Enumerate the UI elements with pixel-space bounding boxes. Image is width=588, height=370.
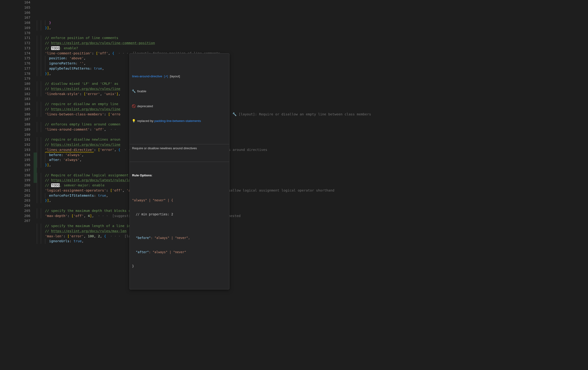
- glyph-margin: [0, 0, 16, 370]
- code-line[interactable]: // TODO, semver-major: enable: [37, 183, 588, 188]
- line-number: 171: [16, 35, 30, 41]
- line-number: 204: [16, 203, 30, 208]
- code-line[interactable]: }: [37, 20, 588, 25]
- line-number: 205: [16, 208, 30, 214]
- code-line[interactable]: after: 'always',: [37, 157, 588, 163]
- line-number: 207: [16, 218, 30, 224]
- code-line[interactable]: // https://eslint.org/docs/rules/line: [37, 87, 588, 92]
- code-line[interactable]: // https://eslint.org/docs/rules/line: [37, 107, 588, 112]
- code-line[interactable]: [37, 218, 588, 224]
- code-line[interactable]: // enforces empty lines around commen: [37, 122, 588, 127]
- no-entry-icon: 🚫: [132, 104, 136, 109]
- code-editor[interactable]: 1641651661671681691701711721731741751761…: [0, 0, 588, 370]
- line-number: 181: [16, 87, 30, 92]
- code-line[interactable]: // https://eslint.org/docs/latest/rules/…: [37, 178, 588, 183]
- line-number: 178: [16, 71, 30, 76]
- line-number: 189: [16, 127, 30, 132]
- code-line[interactable]: [37, 97, 588, 102]
- hover-deprecated-row: 🚫 deprecated: [132, 104, 227, 109]
- code-line[interactable]: 'max-len': ['error', 100, 2, { · · · [la…: [37, 234, 588, 239]
- code-line[interactable]: }],: [37, 163, 588, 168]
- line-number: 176: [16, 61, 30, 66]
- hover-replaced-row: 💡 replaced by padding-line-between-state…: [132, 119, 227, 123]
- hover-tooltip[interactable]: lines-around-directive [↗] [layout] 🔧 fi…: [129, 53, 229, 289]
- hover-description: Require or disallow newlines around dire…: [130, 144, 229, 152]
- hover-options: Rule Options: "always" | "never" | { // …: [130, 162, 229, 280]
- code-line[interactable]: applyDefaultPatterns: true,: [37, 66, 588, 71]
- diff-indicator-gutter: [34, 0, 37, 370]
- external-link-icon[interactable]: [↗]: [164, 74, 168, 78]
- line-number: 169: [16, 25, 30, 31]
- code-line[interactable]: // specify the maximum length of a line …: [37, 224, 588, 229]
- code-line[interactable]: [37, 203, 588, 208]
- line-number: 192: [16, 142, 30, 147]
- code-line[interactable]: 'lines-around-comment': 'off', · ·: [37, 127, 588, 132]
- line-number: 200: [16, 183, 30, 188]
- line-number-gutter: 1641651661671681691701711721731741751761…: [16, 0, 34, 370]
- hover-fixable-row: 🔧 fixable: [132, 89, 227, 94]
- diff-added-marker: [34, 168, 37, 173]
- line-number: 167: [16, 15, 30, 20]
- line-number: 201: [16, 188, 30, 193]
- code-line[interactable]: [37, 168, 588, 173]
- code-line[interactable]: 'max-depth': ['off', 4], · · · [suggesti…: [37, 214, 588, 219]
- code-line[interactable]: 'logical-assignment-operators': ['off', …: [37, 188, 588, 193]
- line-number: 170: [16, 31, 30, 36]
- code-line[interactable]: 'lines-around-directive': ['error', { · …: [37, 147, 588, 152]
- code-line[interactable]: // https://eslint.org/docs/rules/line: [37, 142, 588, 147]
- line-number: 165: [16, 5, 30, 10]
- line-number: 190: [16, 132, 30, 137]
- line-number: 175: [16, 56, 30, 61]
- code-line[interactable]: // https://eslint.org/docs/rules/max-len: [37, 229, 588, 234]
- code-line[interactable]: [37, 132, 588, 137]
- code-line[interactable]: [37, 76, 588, 81]
- code-line[interactable]: [37, 117, 588, 122]
- code-line[interactable]: ignorePattern: '',: [37, 61, 588, 66]
- code-line[interactable]: [37, 31, 588, 36]
- code-line[interactable]: position: 'above',: [37, 56, 588, 61]
- line-number: 193: [16, 147, 30, 152]
- line-number: 179: [16, 76, 30, 81]
- line-number: 206: [16, 214, 30, 219]
- line-number: 168: [16, 20, 30, 25]
- hover-rule-link[interactable]: lines-around-directive: [132, 74, 162, 79]
- code-area[interactable]: }}],// enforce position of line comments…: [37, 0, 588, 370]
- line-number: 174: [16, 51, 30, 56]
- code-line[interactable]: // https://eslint.org/docs/rules/line-co…: [37, 41, 588, 46]
- code-line[interactable]: // require or disallow an empty line: [37, 102, 588, 107]
- code-line[interactable]: before: 'always',: [37, 152, 588, 158]
- wrench-icon: 🔧: [132, 89, 136, 94]
- diff-added-marker: [34, 178, 37, 183]
- hover-replaced-link[interactable]: padding-line-between-statements: [155, 119, 201, 123]
- hover-category-tag: [layout]: [170, 74, 180, 79]
- line-number: 195: [16, 157, 30, 163]
- line-number: 197: [16, 168, 30, 173]
- code-line[interactable]: }],: [37, 198, 588, 203]
- code-line[interactable]: }],: [37, 25, 588, 31]
- code-line[interactable]: // disallow mixed 'LF' and 'CRLF' as: [37, 81, 588, 87]
- diff-added-marker: [34, 163, 37, 168]
- line-number: 185: [16, 107, 30, 112]
- code-line[interactable]: // enforce position of line comments: [37, 35, 588, 41]
- code-line[interactable]: 'linebreak-style': ['error', 'unix'],: [37, 92, 588, 97]
- code-line[interactable]: // TODO: enable?: [37, 46, 588, 51]
- line-number: 180: [16, 81, 30, 87]
- diff-added-marker: [34, 157, 37, 163]
- line-number: 196: [16, 163, 30, 168]
- line-number: 188: [16, 122, 30, 127]
- code-line[interactable]: // specify the maximum depth that blocks…: [37, 208, 588, 214]
- lightbulb-icon: 💡: [132, 119, 136, 123]
- code-line[interactable]: // require or disallow newlines aroun: [37, 137, 588, 142]
- code-line[interactable]: enforceForIfStatements: true,: [37, 193, 588, 198]
- code-line[interactable]: // Require or disallow logical assignmen…: [37, 173, 588, 178]
- line-number: 194: [16, 152, 30, 158]
- line-number: 186: [16, 112, 30, 117]
- line-number: 164: [16, 0, 30, 5]
- line-number: 166: [16, 10, 30, 15]
- code-line[interactable]: }],: [37, 71, 588, 76]
- diff-added-marker: [34, 152, 37, 158]
- diff-added-marker: [34, 173, 37, 178]
- code-line[interactable]: 'lines-between-class-members': ['erro 🔧 …: [37, 112, 588, 117]
- code-line[interactable]: 'line-comment-position': ['off', { · · ·…: [37, 51, 588, 56]
- code-line[interactable]: ignoreUrls: true,: [37, 239, 588, 244]
